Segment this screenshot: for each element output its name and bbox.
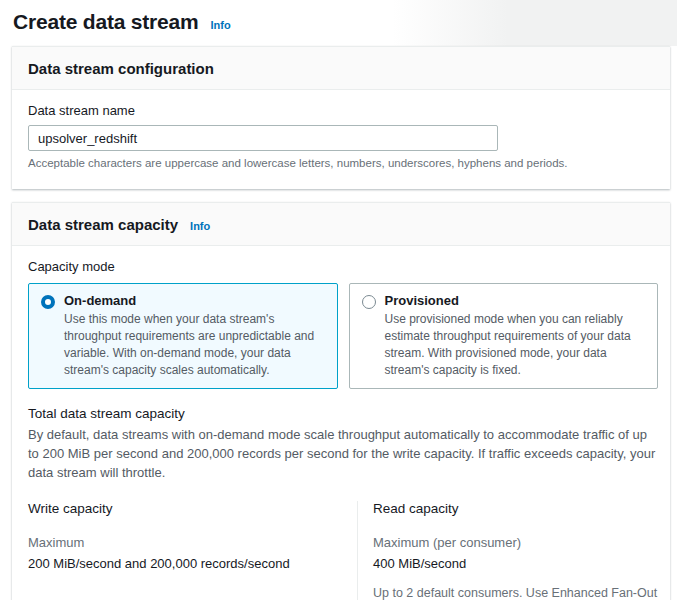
stream-name-constraint-text: Acceptable characters are uppercase and … xyxy=(28,157,658,169)
read-capacity-title: Read capacity xyxy=(373,501,658,516)
on-demand-description: Use this mode when your data stream's th… xyxy=(64,311,325,379)
read-consumers-note: Up to 2 default consumers. Use Enhanced … xyxy=(373,584,658,600)
data-stream-capacity-card: Data stream capacity Info Capacity mode … xyxy=(12,202,670,600)
on-demand-title: On-demand xyxy=(64,293,325,308)
stream-name-input[interactable] xyxy=(28,125,498,151)
stream-name-label: Data stream name xyxy=(28,103,658,118)
total-capacity-section: Total data stream capacity By default, d… xyxy=(28,406,658,482)
total-capacity-description: By default, data streams with on-demand … xyxy=(28,425,658,482)
total-capacity-title: Total data stream capacity xyxy=(28,406,658,421)
read-capacity-column: Read capacity Maximum (per consumer) 400… xyxy=(357,501,658,600)
provisioned-description: Use provisioned mode when you can reliab… xyxy=(385,311,646,379)
capacity-card-title: Data stream capacity xyxy=(28,216,178,233)
capacity-card-header: Data stream capacity Info xyxy=(12,203,670,246)
create-data-stream-page: Create data stream Info Data stream conf… xyxy=(0,0,677,600)
write-capacity-column: Write capacity Maximum 200 MiB/second an… xyxy=(28,501,357,600)
data-stream-configuration-card: Data stream configuration Data stream na… xyxy=(12,46,670,189)
page-title: Create data stream xyxy=(13,10,199,34)
on-demand-tile[interactable]: On-demand Use this mode when your data s… xyxy=(28,283,338,389)
provisioned-tile[interactable]: Provisioned Use provisioned mode when yo… xyxy=(349,283,659,389)
page-header: Create data stream Info xyxy=(0,0,677,46)
radio-checked-icon[interactable] xyxy=(41,295,55,309)
capacity-info-link[interactable]: Info xyxy=(190,220,210,232)
provisioned-tile-text: Provisioned Use provisioned mode when yo… xyxy=(385,293,646,379)
capacity-card-body: Capacity mode On-demand Use this mode wh… xyxy=(12,246,670,600)
capacity-columns: Write capacity Maximum 200 MiB/second an… xyxy=(28,501,658,600)
provisioned-title: Provisioned xyxy=(385,293,646,308)
configuration-card-title: Data stream configuration xyxy=(28,60,214,77)
write-capacity-title: Write capacity xyxy=(28,501,339,516)
on-demand-tile-text: On-demand Use this mode when your data s… xyxy=(64,293,325,379)
page-info-link[interactable]: Info xyxy=(211,19,231,31)
read-maximum-value: 400 MiB/second xyxy=(373,556,658,571)
configuration-card-header: Data stream configuration xyxy=(12,47,670,90)
capacity-mode-label: Capacity mode xyxy=(28,259,658,274)
write-maximum-value: 200 MiB/second and 200,000 records/secon… xyxy=(28,556,339,571)
configuration-card-body: Data stream name Acceptable characters a… xyxy=(12,90,670,189)
write-maximum-label: Maximum xyxy=(28,535,339,550)
capacity-mode-tiles: On-demand Use this mode when your data s… xyxy=(28,283,658,389)
radio-unchecked-icon[interactable] xyxy=(362,295,376,309)
read-maximum-label: Maximum (per consumer) xyxy=(373,535,658,550)
